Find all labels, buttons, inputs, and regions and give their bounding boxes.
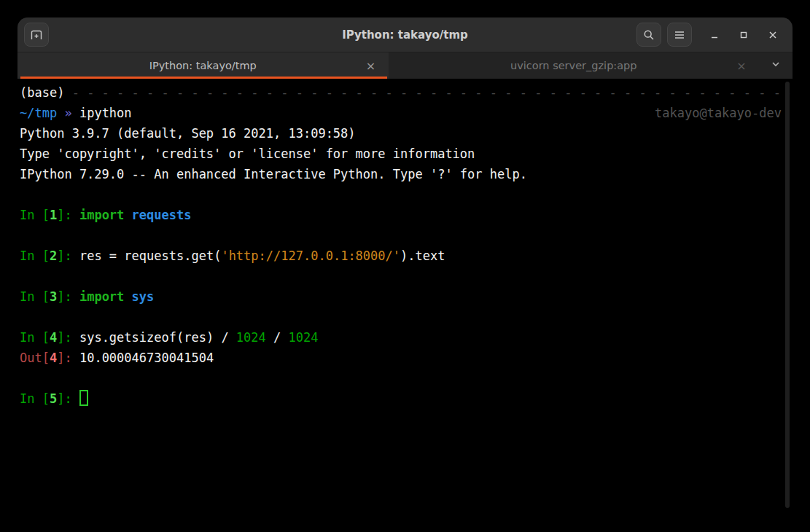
terminal-text-segment: res = requests.get( [79, 249, 221, 263]
terminal-line [20, 368, 790, 388]
terminal-line: In [5]: [20, 388, 790, 409]
new-tab-button[interactable] [24, 23, 49, 47]
scrollbar-thumb[interactable] [785, 82, 790, 508]
tab-uvicorn[interactable]: uvicorn server_gzip:app × [389, 52, 760, 79]
terminal-text-segment: requests [132, 208, 192, 222]
terminal-text-segment: 2 [50, 249, 57, 263]
terminal-text-segment: Out[ [20, 351, 50, 365]
terminal-line [20, 184, 790, 205]
terminal-line [20, 266, 790, 286]
terminal-line [20, 225, 790, 246]
terminal-text-segment: In [ [20, 249, 50, 263]
chevron-down-icon [770, 58, 782, 73]
terminal-text-segment: ]: [57, 208, 79, 222]
terminal-text-segment: 5 [50, 391, 57, 406]
terminal-text-segment: 4 [50, 330, 57, 345]
maximize-button[interactable] [733, 23, 755, 47]
terminal-output[interactable]: (base) - - - - - - - - - - - - - - - - -… [17, 79, 793, 514]
tab-label: uvicorn server_gzip:app [510, 60, 637, 71]
terminal-text-segment: ]: [57, 391, 79, 406]
tab-close-icon[interactable]: × [734, 52, 749, 79]
terminal-text-segment: 1024 [236, 330, 266, 345]
terminal-text-segment: In [ [20, 289, 50, 304]
terminal-line: Out[4]: 10.000046730041504 [20, 348, 790, 368]
terminal-text-segment: ~/tmp [20, 106, 57, 120]
minimize-button[interactable] [704, 23, 725, 47]
terminal-line: Python 3.9.7 (default, Sep 16 2021, 13:0… [20, 123, 790, 144]
search-button[interactable] [636, 23, 661, 47]
terminal-text-segment: / [266, 330, 289, 345]
terminal-text-segment: ]: [57, 289, 79, 304]
terminal-text-segment: 'http://127.0.0.1:8000/' [221, 249, 400, 263]
terminal-window: IPython: takayo/tmp [17, 17, 793, 515]
terminal-text-segment: 1 [50, 208, 57, 222]
tab-label: IPython: takayo/tmp [149, 60, 257, 71]
terminal-text-segment: (base) [20, 85, 72, 100]
tab-list-dropdown-button[interactable] [759, 52, 793, 79]
maximize-icon [739, 30, 749, 40]
terminal-text-segment [124, 289, 131, 304]
terminal-text-segment: - - - - - - - - - - - - - - - - - - - - … [72, 85, 790, 100]
tab-close-icon[interactable]: × [364, 52, 378, 79]
close-window-button[interactable] [762, 23, 784, 47]
terminal-text-segment: sys [132, 289, 155, 304]
new-tab-icon [30, 29, 43, 41]
terminal-text-segment: import [79, 208, 124, 222]
terminal-text-segment: ]: [57, 249, 79, 263]
terminal-text-segment: sys.getsizeof(res) / [79, 330, 236, 345]
terminal-text-segment [57, 106, 64, 120]
terminal-text-segment: In [ [20, 330, 50, 345]
terminal-text-segment: Python 3.9.7 (default, Sep 16 2021, 13:0… [20, 126, 356, 141]
header-bar: IPython: takayo/tmp [17, 17, 793, 52]
terminal-line [20, 307, 790, 327]
terminal-text-segment: 3 [50, 289, 57, 304]
tab-bar: IPython: takayo/tmp × uvicorn server_gzi… [17, 52, 793, 79]
terminal-text-segment: 1024 [289, 330, 319, 345]
terminal-text-segment: ipython [72, 106, 132, 120]
terminal-text-segment: IPython 7.29.0 -- An enhanced Interactiv… [20, 167, 527, 181]
terminal-text-segment: ).text [400, 249, 445, 263]
terminal-text-segment: In [ [20, 208, 50, 222]
terminal-text-segment [124, 208, 131, 222]
terminal-line: (base) - - - - - - - - - - - - - - - - -… [20, 82, 790, 103]
terminal-text-segment: » [64, 106, 71, 120]
terminal-line: In [2]: res = requests.get('http://127.0… [20, 246, 790, 266]
terminal-text-segment: 10.000046730041504 [79, 351, 214, 365]
terminal-line: In [4]: sys.getsizeof(res) / 1024 / 1024 [20, 327, 790, 348]
close-icon [768, 30, 778, 40]
terminal-line: In [3]: import sys [20, 286, 790, 307]
tab-ipython[interactable]: IPython: takayo/tmp × [17, 52, 389, 79]
terminal-text-segment: Type 'copyright', 'credits' or 'license'… [20, 146, 475, 161]
menu-button[interactable] [667, 23, 692, 47]
terminal-text-segment: 4 [50, 351, 57, 365]
terminal-line: In [1]: import requests [20, 205, 790, 225]
terminal-cursor [79, 390, 88, 406]
minimize-icon [709, 30, 720, 40]
terminal-right-text: takayo@takayo-dev [655, 103, 782, 123]
terminal-text-segment: import [79, 289, 124, 304]
terminal-text-segment: ]: [57, 351, 79, 365]
search-icon [643, 29, 655, 41]
terminal-text-segment: In [ [20, 391, 50, 406]
terminal-line: ~/tmp » ipythontakayo@takayo-dev [20, 103, 790, 123]
terminal-text-segment: ]: [57, 330, 79, 345]
hamburger-icon [674, 30, 685, 40]
terminal-line: Type 'copyright', 'credits' or 'license'… [20, 144, 790, 164]
terminal-line: IPython 7.29.0 -- An enhanced Interactiv… [20, 164, 790, 184]
